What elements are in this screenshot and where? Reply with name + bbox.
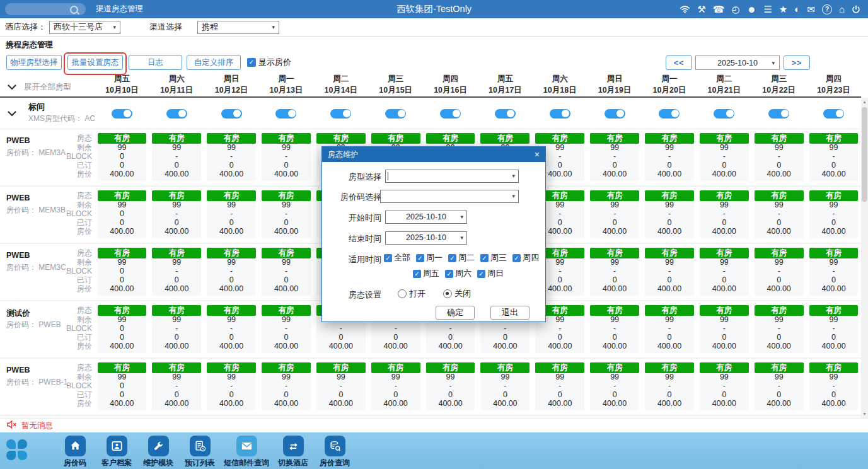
hotel-select[interactable]: 西软十三号店 ▾	[49, 21, 120, 34]
dock-item-doc-clock[interactable]: 预订列表	[179, 436, 221, 468]
availability-cell[interactable]: 有房9900400.00	[98, 190, 147, 238]
availability-cell[interactable]: 有房99-0400.00	[262, 190, 311, 238]
availability-cell[interactable]: 有房99-0400.00	[645, 305, 694, 353]
weekday-checkbox[interactable]: ✓周六	[445, 268, 472, 279]
availability-cell[interactable]: 有房99-0400.00	[207, 133, 256, 181]
scroll-up-icon[interactable]: ▴	[861, 98, 868, 106]
availability-cell[interactable]: 有房99-0400.00	[152, 305, 201, 353]
room-status-toggle[interactable]	[768, 109, 789, 119]
availability-cell[interactable]: 有房99-0400.00	[535, 362, 584, 410]
availability-cell[interactable]: 有房99-0400.00	[590, 248, 639, 296]
prev-date-button[interactable]: <<	[666, 55, 692, 70]
availability-cell[interactable]: 有房99-0400.00	[207, 248, 256, 296]
dock-item-mail[interactable]: 短信邮件查询	[221, 436, 272, 468]
channel-select[interactable]: 携程 ▾	[197, 21, 279, 34]
room-status-toggle[interactable]	[440, 109, 461, 119]
dock-item-price-search[interactable]: 房价查询	[314, 436, 356, 468]
room-status-toggle[interactable]	[550, 109, 570, 119]
availability-cell[interactable]: 有房99-0400.00	[645, 190, 694, 238]
availability-cell[interactable]: 有房99-0400.00	[590, 362, 639, 410]
next-date-button[interactable]: >>	[784, 55, 810, 70]
weekday-checkbox[interactable]: ✓周日	[477, 268, 504, 279]
expand-all-label[interactable]: 展开全部房型	[24, 82, 71, 93]
availability-cell[interactable]: 有房9900400.00	[98, 133, 147, 181]
wifi-icon[interactable]	[680, 5, 690, 14]
dock-item-home[interactable]: 房价码	[54, 436, 96, 468]
weekday-checkbox[interactable]: ✓周一	[416, 252, 443, 263]
availability-cell[interactable]: 有房99-0400.00	[262, 362, 311, 410]
availability-cell[interactable]: 有房99-0400.00	[152, 362, 201, 410]
room-status-toggle[interactable]	[166, 109, 187, 119]
support-clock-icon[interactable]: ◴	[732, 4, 740, 14]
availability-cell[interactable]: 有房99-0400.00	[809, 133, 859, 181]
room-status-toggle[interactable]	[385, 109, 406, 119]
availability-cell[interactable]: 有房99-0400.00	[262, 305, 311, 353]
home-icon[interactable]: ⌂	[839, 4, 845, 14]
room-status-toggle[interactable]	[659, 109, 680, 119]
availability-cell[interactable]: 有房99-0400.00	[700, 248, 749, 296]
availability-cell[interactable]: 有房99-0400.00	[809, 362, 859, 410]
availability-cell[interactable]: 有房99-0400.00	[371, 362, 420, 410]
show-price-checkbox[interactable]: ✓ 显示房价	[247, 57, 291, 68]
status-open-radio[interactable]: 打开	[398, 288, 425, 299]
availability-cell[interactable]: 有房99-0400.00	[755, 248, 804, 296]
availability-cell[interactable]: 有房99-0400.00	[207, 305, 256, 353]
availability-cell[interactable]: 有房99-0400.00	[207, 362, 256, 410]
availability-cell[interactable]: 有房99-0400.00	[480, 362, 529, 410]
availability-cell[interactable]: 有房99-0400.00	[645, 133, 694, 181]
face-icon[interactable]: ☻	[747, 4, 757, 14]
physical-room-type-button[interactable]: 物理房型选择	[6, 55, 62, 70]
room-status-toggle[interactable]	[275, 109, 296, 119]
room-type-select[interactable]: ▾	[385, 170, 519, 183]
confirm-button[interactable]: 确定	[436, 306, 475, 320]
availability-cell[interactable]: 有房99-0400.00	[809, 248, 859, 296]
contrast-icon[interactable]: ◐	[794, 4, 800, 14]
availability-cell[interactable]: 有房99-0400.00	[590, 190, 639, 238]
room-status-toggle[interactable]	[823, 109, 844, 119]
availability-cell[interactable]: 有房9900400.00	[98, 248, 147, 296]
weekday-checkbox[interactable]: ✓全部	[384, 252, 410, 263]
availability-cell[interactable]: 有房99-0400.00	[755, 305, 804, 353]
status-close-radio[interactable]: 关闭	[443, 288, 471, 299]
room-status-toggle[interactable]	[495, 109, 516, 119]
weekday-checkbox[interactable]: ✓周三	[480, 252, 507, 263]
availability-cell[interactable]: 有房99-0400.00	[700, 190, 749, 238]
availability-cell[interactable]: 有房99-0400.00	[152, 133, 201, 181]
start-date-select[interactable]: 2025-10-10 ▾	[385, 211, 467, 224]
dock-item-person-card[interactable]: 客户档案	[96, 436, 137, 468]
availability-cell[interactable]: 有房99-0400.00	[590, 133, 639, 181]
availability-cell[interactable]: 有房99-0400.00	[316, 362, 366, 410]
availability-cell[interactable]: 有房99-0400.00	[755, 190, 804, 238]
phone-icon[interactable]: ☎	[713, 4, 725, 14]
menu-icon[interactable]: ☰	[763, 4, 772, 14]
scroll-down-icon[interactable]: ▾	[861, 410, 868, 418]
room-status-toggle[interactable]	[605, 109, 625, 119]
weekday-checkbox[interactable]: ✓周四	[512, 252, 539, 263]
availability-cell[interactable]: 有房99-0400.00	[700, 362, 749, 410]
mail-icon[interactable]: ✉	[807, 4, 815, 14]
page-tab[interactable]: 渠道房态管理	[96, 4, 143, 14]
rate-code-select[interactable]: ▾	[380, 190, 519, 203]
room-status-toggle[interactable]	[330, 109, 351, 119]
availability-cell[interactable]: 有房99-0400.00	[262, 248, 311, 296]
availability-cell[interactable]: 有房99-0400.00	[262, 133, 311, 181]
date-select[interactable]: 2025-10-10 ▾	[695, 55, 780, 70]
log-button[interactable]: 日志	[129, 55, 182, 70]
availability-cell[interactable]: 有房99-0400.00	[700, 133, 749, 181]
tools-icon[interactable]: ⚒	[697, 4, 705, 14]
room-status-toggle[interactable]	[221, 109, 242, 119]
availability-cell[interactable]: 有房99-0400.00	[590, 305, 639, 353]
weekday-checkbox[interactable]: ✓周五	[413, 268, 439, 279]
dock-item-swap[interactable]: 切换酒店	[272, 436, 314, 468]
power-icon[interactable]	[852, 5, 860, 14]
availability-cell[interactable]: 有房99-0400.00	[426, 362, 475, 410]
availability-cell[interactable]: 有房99-0400.00	[645, 248, 694, 296]
collapse-room-type-icon[interactable]	[8, 108, 16, 119]
availability-cell[interactable]: 有房99-0400.00	[755, 362, 804, 410]
room-status-toggle[interactable]	[714, 109, 734, 119]
availability-cell[interactable]: 有房99-0400.00	[755, 133, 804, 181]
custom-sort-button[interactable]: 自定义排序	[187, 55, 241, 70]
close-icon[interactable]: ×	[535, 147, 540, 162]
dock-item-wrench[interactable]: 维护模块	[137, 436, 179, 468]
availability-cell[interactable]: 有房99-0400.00	[700, 305, 749, 353]
